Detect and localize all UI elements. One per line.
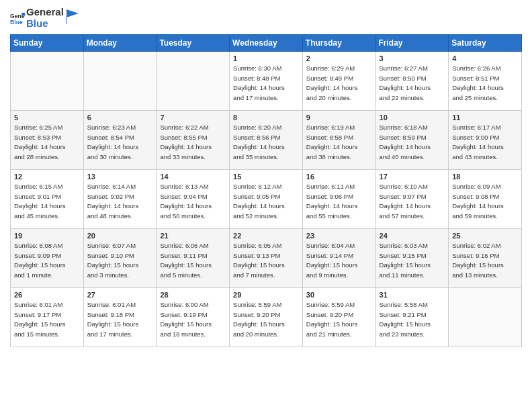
day-info: Sunrise: 6:10 AM Sunset: 9:07 PM Dayligh… <box>380 182 445 222</box>
calendar-cell: 25Sunrise: 6:02 AM Sunset: 9:16 PM Dayli… <box>449 229 522 288</box>
day-header-sunday: Sunday <box>11 35 84 52</box>
svg-marker-4 <box>66 9 79 17</box>
day-number: 15 <box>233 173 299 181</box>
calendar-cell: 10Sunrise: 6:18 AM Sunset: 8:59 PM Dayli… <box>375 111 449 170</box>
day-info: Sunrise: 6:07 AM Sunset: 9:10 PM Dayligh… <box>87 241 153 281</box>
day-number: 25 <box>452 232 518 240</box>
day-number: 21 <box>160 232 226 240</box>
day-header-monday: Monday <box>83 35 157 52</box>
day-number: 13 <box>87 173 153 181</box>
calendar-table: SundayMondayTuesdayWednesdayThursdayFrid… <box>10 34 522 347</box>
day-info: Sunrise: 6:14 AM Sunset: 9:02 PM Dayligh… <box>87 182 153 222</box>
calendar-cell: 16Sunrise: 6:11 AM Sunset: 9:06 PM Dayli… <box>302 170 375 229</box>
day-info: Sunrise: 6:23 AM Sunset: 8:54 PM Dayligh… <box>87 123 153 163</box>
day-number: 19 <box>14 232 80 240</box>
day-info: Sunrise: 6:15 AM Sunset: 9:01 PM Dayligh… <box>14 182 80 222</box>
day-info: Sunrise: 5:58 AM Sunset: 9:21 PM Dayligh… <box>380 300 445 340</box>
day-number: 12 <box>14 173 80 181</box>
calendar-cell: 31Sunrise: 5:58 AM Sunset: 9:21 PM Dayli… <box>375 288 449 347</box>
calendar-cell: 3Sunrise: 6:27 AM Sunset: 8:50 PM Daylig… <box>375 52 449 111</box>
day-number: 9 <box>306 113 372 122</box>
day-number: 17 <box>380 173 445 181</box>
day-number: 16 <box>306 173 372 181</box>
day-number: 24 <box>380 232 445 240</box>
calendar-cell: 29Sunrise: 5:59 AM Sunset: 9:20 PM Dayli… <box>230 288 303 347</box>
day-info: Sunrise: 6:22 AM Sunset: 8:55 PM Dayligh… <box>160 123 226 163</box>
calendar-cell: 23Sunrise: 6:04 AM Sunset: 9:14 PM Dayli… <box>302 229 375 288</box>
day-number: 26 <box>14 291 80 299</box>
day-info: Sunrise: 6:09 AM Sunset: 9:08 PM Dayligh… <box>452 182 518 222</box>
day-info: Sunrise: 6:19 AM Sunset: 8:58 PM Dayligh… <box>306 123 372 163</box>
calendar-cell: 1Sunrise: 6:30 AM Sunset: 8:48 PM Daylig… <box>230 52 303 111</box>
day-info: Sunrise: 5:59 AM Sunset: 9:20 PM Dayligh… <box>306 300 372 340</box>
day-number: 8 <box>233 113 299 122</box>
calendar-cell: 28Sunrise: 6:00 AM Sunset: 9:19 PM Dayli… <box>157 288 230 347</box>
day-info: Sunrise: 6:13 AM Sunset: 9:04 PM Dayligh… <box>160 182 226 222</box>
day-info: Sunrise: 6:02 AM Sunset: 9:16 PM Dayligh… <box>452 241 518 281</box>
day-number: 31 <box>380 291 445 299</box>
day-number: 2 <box>306 54 372 62</box>
day-number: 29 <box>233 291 299 299</box>
calendar-cell: 24Sunrise: 6:03 AM Sunset: 9:15 PM Dayli… <box>375 229 449 288</box>
logo: General Blue General Blue <box>10 7 79 29</box>
logo-blue: Blue <box>26 18 64 30</box>
calendar-cell: 5Sunrise: 6:25 AM Sunset: 8:53 PM Daylig… <box>11 111 84 170</box>
calendar-header-row: SundayMondayTuesdayWednesdayThursdayFrid… <box>11 35 522 52</box>
day-number: 7 <box>160 113 226 122</box>
day-info: Sunrise: 6:26 AM Sunset: 8:51 PM Dayligh… <box>452 64 518 103</box>
calendar-cell: 9Sunrise: 6:19 AM Sunset: 8:58 PM Daylig… <box>302 111 375 170</box>
calendar-cell: 11Sunrise: 6:17 AM Sunset: 9:00 PM Dayli… <box>449 111 522 170</box>
day-info: Sunrise: 6:01 AM Sunset: 9:18 PM Dayligh… <box>87 300 153 340</box>
calendar-cell <box>11 52 84 111</box>
calendar-cell: 15Sunrise: 6:12 AM Sunset: 9:05 PM Dayli… <box>230 170 303 229</box>
day-info: Sunrise: 5:59 AM Sunset: 9:20 PM Dayligh… <box>233 300 299 340</box>
day-header-wednesday: Wednesday <box>230 35 303 52</box>
day-info: Sunrise: 6:29 AM Sunset: 8:49 PM Dayligh… <box>306 64 372 103</box>
calendar-cell: 2Sunrise: 6:29 AM Sunset: 8:49 PM Daylig… <box>302 52 375 111</box>
week-row-3: 12Sunrise: 6:15 AM Sunset: 9:01 PM Dayli… <box>11 170 522 229</box>
day-number: 6 <box>87 113 153 122</box>
day-info: Sunrise: 6:08 AM Sunset: 9:09 PM Dayligh… <box>14 241 80 281</box>
day-number: 18 <box>452 173 518 181</box>
calendar-cell: 6Sunrise: 6:23 AM Sunset: 8:54 PM Daylig… <box>83 111 157 170</box>
week-row-4: 19Sunrise: 6:08 AM Sunset: 9:09 PM Dayli… <box>11 229 522 288</box>
day-number: 1 <box>233 54 299 62</box>
calendar-cell: 20Sunrise: 6:07 AM Sunset: 9:10 PM Dayli… <box>83 229 157 288</box>
calendar-cell: 26Sunrise: 6:01 AM Sunset: 9:17 PM Dayli… <box>11 288 84 347</box>
day-info: Sunrise: 6:05 AM Sunset: 9:13 PM Dayligh… <box>233 241 299 281</box>
calendar-cell <box>449 288 522 347</box>
day-header-thursday: Thursday <box>302 35 375 52</box>
day-number: 28 <box>160 291 226 299</box>
calendar-cell: 22Sunrise: 6:05 AM Sunset: 9:13 PM Dayli… <box>230 229 303 288</box>
calendar-cell: 21Sunrise: 6:06 AM Sunset: 9:11 PM Dayli… <box>157 229 230 288</box>
day-info: Sunrise: 6:17 AM Sunset: 9:00 PM Dayligh… <box>452 123 518 163</box>
calendar-cell: 4Sunrise: 6:26 AM Sunset: 8:51 PM Daylig… <box>449 52 522 111</box>
calendar-cell: 30Sunrise: 5:59 AM Sunset: 9:20 PM Dayli… <box>302 288 375 347</box>
calendar-cell: 19Sunrise: 6:08 AM Sunset: 9:09 PM Dayli… <box>11 229 84 288</box>
day-number: 3 <box>380 54 445 62</box>
calendar-cell: 18Sunrise: 6:09 AM Sunset: 9:08 PM Dayli… <box>449 170 522 229</box>
day-info: Sunrise: 6:27 AM Sunset: 8:50 PM Dayligh… <box>380 64 445 103</box>
day-info: Sunrise: 6:25 AM Sunset: 8:53 PM Dayligh… <box>14 123 80 163</box>
calendar-cell: 14Sunrise: 6:13 AM Sunset: 9:04 PM Dayli… <box>157 170 230 229</box>
calendar-cell: 17Sunrise: 6:10 AM Sunset: 9:07 PM Dayli… <box>375 170 449 229</box>
week-row-1: 1Sunrise: 6:30 AM Sunset: 8:48 PM Daylig… <box>11 52 522 111</box>
day-info: Sunrise: 6:03 AM Sunset: 9:15 PM Dayligh… <box>380 241 445 281</box>
week-row-2: 5Sunrise: 6:25 AM Sunset: 8:53 PM Daylig… <box>11 111 522 170</box>
day-number: 11 <box>452 113 518 122</box>
calendar-cell <box>83 52 157 111</box>
day-info: Sunrise: 6:04 AM Sunset: 9:14 PM Dayligh… <box>306 241 372 281</box>
header: General Blue General Blue <box>10 7 522 29</box>
logo-icon: General Blue <box>10 11 25 26</box>
day-number: 23 <box>306 232 372 240</box>
calendar-cell: 12Sunrise: 6:15 AM Sunset: 9:01 PM Dayli… <box>11 170 84 229</box>
day-info: Sunrise: 6:11 AM Sunset: 9:06 PM Dayligh… <box>306 182 372 222</box>
day-number: 5 <box>14 113 80 122</box>
day-number: 20 <box>87 232 153 240</box>
day-header-saturday: Saturday <box>449 35 522 52</box>
calendar-body: 1Sunrise: 6:30 AM Sunset: 8:48 PM Daylig… <box>11 52 522 347</box>
logo-flag-icon <box>66 9 79 24</box>
logo-general: General <box>26 7 64 18</box>
day-header-tuesday: Tuesday <box>157 35 230 52</box>
day-header-friday: Friday <box>375 35 449 52</box>
